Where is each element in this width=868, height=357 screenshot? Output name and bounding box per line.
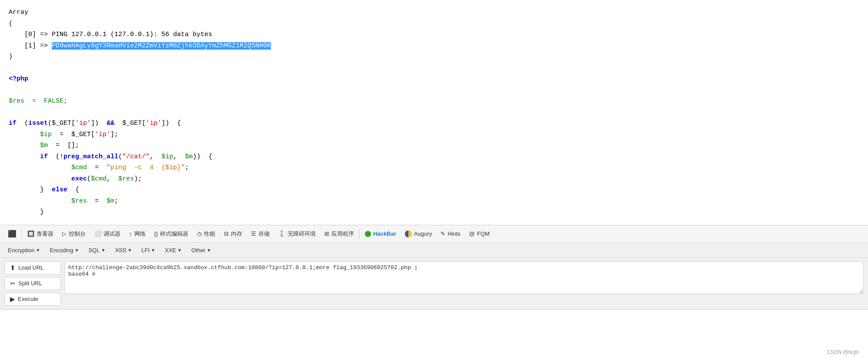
code-line: $res = $m;: [9, 196, 859, 207]
xxe-menu[interactable]: XXE ▼: [161, 246, 185, 255]
encoding-menu[interactable]: Encoding ▼: [46, 246, 82, 255]
devtools-accessibility[interactable]: 🚶 无障碍环境: [274, 225, 320, 243]
encoding-chevron-icon: ▼: [75, 248, 79, 253]
code-line: if (isset($_GET['ip']) && $_GET['ip']) {: [9, 118, 859, 129]
fqm-label: FQM: [477, 230, 490, 237]
lfi-menu[interactable]: LFI ▼: [138, 246, 159, 255]
console-label: 控制台: [69, 230, 86, 238]
code-line: exec($cmd, $res);: [9, 173, 859, 185]
devtools-fqm-tab[interactable]: @ FQM: [465, 225, 494, 243]
augury-label: Augury: [414, 230, 432, 237]
xxe-chevron-icon: ▼: [177, 248, 182, 253]
network-icon: ↕: [129, 230, 132, 237]
devtools-memory[interactable]: ⊟ 内存: [220, 225, 247, 243]
memory-icon: ⊟: [224, 230, 229, 237]
encryption-chevron-icon: ▼: [36, 248, 40, 253]
hackbar-content: ⬆ Load URL ✂ Split URL ▶ Execute: [0, 258, 868, 309]
network-label: 网络: [134, 230, 146, 238]
toolbar-separator: [22, 229, 22, 239]
code-line: $m = [];: [9, 140, 859, 151]
code-line: [9, 85, 859, 96]
application-icon: ⊞: [324, 230, 329, 237]
code-line: [9, 107, 859, 118]
fqm-icon: @: [469, 230, 475, 237]
xxe-label: XXE: [165, 247, 176, 254]
hackbar-menu-bar: Encryption ▼ Encoding ▼ SQL ▼ XSS ▼ LFI …: [0, 243, 868, 258]
devtools-toolbar: ⬛ 🔲 查看器 ▷ 控制台 ⬜ 调试器 ↕ 网络 {} 样式编辑器 ◷ 性能 ⊟…: [0, 225, 868, 243]
inspector-label: 查看器: [37, 230, 53, 238]
code-line: ): [9, 51, 859, 63]
sql-menu[interactable]: SQL ▼: [85, 246, 109, 255]
xss-menu[interactable]: XSS ▼: [111, 246, 135, 255]
hints-icon: ✎: [441, 230, 445, 237]
encoding-label: Encoding: [50, 247, 73, 254]
lfi-chevron-icon: ▼: [151, 248, 155, 253]
code-line: [0] => PING 127.0.0.1 (127.0.0.1): 56 da…: [9, 29, 859, 40]
load-url-label: Load URL: [18, 264, 44, 271]
code-line: if (!preg_match_all("/cat/", $ip, $m)) {: [9, 151, 859, 163]
other-menu[interactable]: Other ▼: [188, 246, 214, 255]
code-line: $res = FALSE;: [9, 96, 859, 107]
code-line: $ip = $_GET['ip'];: [9, 129, 859, 140]
devtools-style-editor[interactable]: {} 样式编辑器: [150, 225, 193, 243]
code-line: (: [9, 18, 859, 30]
other-label: Other: [191, 247, 206, 254]
devtools-hints-tab[interactable]: ✎ Hints: [436, 225, 465, 243]
console-icon: ▷: [62, 230, 67, 237]
xss-chevron-icon: ▼: [127, 248, 132, 253]
storage-icon: ☰: [251, 230, 256, 237]
style-editor-icon: {}: [154, 230, 158, 237]
code-line: $cmd = "ping -c 4 {$ip}";: [9, 162, 859, 173]
load-url-icon: ⬆: [10, 264, 16, 272]
devtools-console[interactable]: ▷ 控制台: [58, 225, 90, 243]
debugger-label: 调试器: [103, 230, 120, 238]
execute-button[interactable]: ▶ Execute: [4, 293, 61, 306]
devtools-augury-tab[interactable]: Augury: [401, 225, 436, 243]
code-line: Array: [9, 7, 859, 18]
code-line: <?php: [9, 73, 859, 85]
debugger-icon: ⬜: [94, 230, 101, 237]
devtools-cursor-tool[interactable]: ⬛: [3, 225, 21, 243]
hackbar-label: HackBar: [373, 230, 396, 237]
devtools-debugger[interactable]: ⬜ 调试器: [90, 225, 125, 243]
storage-label: 存储: [258, 230, 270, 238]
devtools-storage[interactable]: ☰ 存储: [247, 225, 274, 243]
cursor-icon: ⬛: [8, 230, 17, 238]
performance-icon: ◷: [197, 230, 202, 237]
split-url-icon: ✂: [10, 280, 16, 287]
devtools-inspector[interactable]: 🔲 查看器: [23, 225, 58, 243]
code-line: [1] => PD9waHAgLy8gY3RmaHVie2M2ZmViYzM0Z…: [9, 40, 859, 52]
style-editor-label: 样式编辑器: [160, 230, 188, 238]
code-line: [9, 63, 859, 74]
inspector-icon: 🔲: [27, 230, 34, 237]
encryption-label: Encryption: [8, 247, 34, 254]
devtools-network[interactable]: ↕ 网络: [125, 225, 150, 243]
accessibility-icon: 🚶: [278, 230, 285, 237]
lfi-label: LFI: [141, 247, 150, 254]
devtools-hackbar-tab[interactable]: HackBar: [361, 225, 401, 243]
devtools-performance[interactable]: ◷ 性能: [193, 225, 220, 243]
execute-icon: ▶: [10, 295, 15, 303]
hackbar-panel: Encryption ▼ Encoding ▼ SQL ▼ XSS ▼ LFI …: [0, 243, 868, 310]
other-chevron-icon: ▼: [207, 248, 211, 253]
hackbar-url-area: [64, 261, 864, 296]
split-url-button[interactable]: ✂ Split URL: [4, 277, 61, 290]
code-line: }: [9, 207, 859, 218]
hackbar-green-dot-icon: [365, 231, 371, 237]
sql-chevron-icon: ▼: [101, 248, 105, 253]
footer-credit: CSDN @hcjtn: [827, 347, 859, 357]
performance-label: 性能: [204, 230, 215, 238]
sql-label: SQL: [88, 247, 100, 254]
xss-label: XSS: [115, 247, 126, 254]
devtools-application[interactable]: ⊞ 应用程序: [320, 225, 358, 243]
load-url-button[interactable]: ⬆ Load URL: [4, 261, 61, 274]
split-url-label: Split URL: [18, 280, 42, 287]
hackbar-action-buttons: ⬆ Load URL ✂ Split URL ▶ Execute: [4, 261, 61, 306]
application-label: 应用程序: [331, 230, 354, 238]
encryption-menu[interactable]: Encryption ▼: [4, 246, 43, 255]
hackbar-url-input[interactable]: [64, 261, 864, 294]
credit-text: CSDN @hcjtn: [827, 349, 859, 355]
code-display: Array ( [0] => PING 127.0.0.1 (127.0.0.1…: [0, 0, 868, 225]
toolbar-separator-2: [359, 229, 360, 239]
accessibility-label: 无障碍环境: [287, 230, 316, 238]
